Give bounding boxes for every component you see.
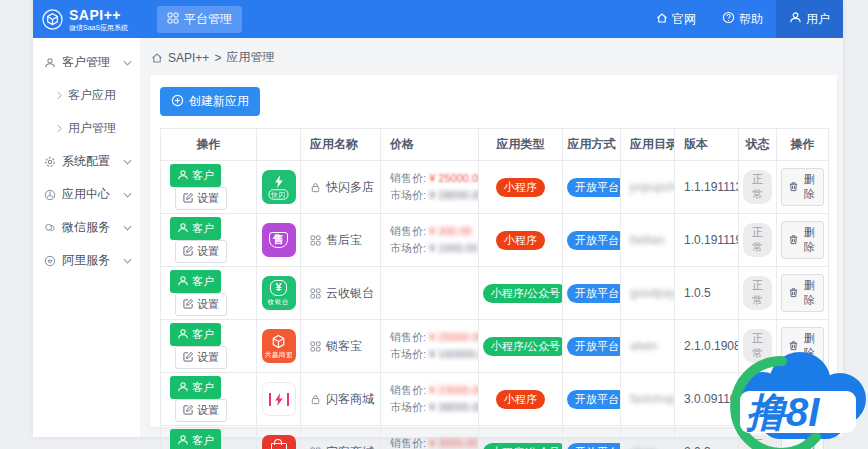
settings-button[interactable]: 设置 <box>175 346 227 369</box>
help-link[interactable]: 帮助 <box>709 0 776 38</box>
customer-button[interactable]: 客户 <box>170 429 221 449</box>
operation-cell: 客户 设置 <box>161 373 257 426</box>
col-app-type: 应用类型 <box>479 129 563 161</box>
delete-button[interactable]: 删除 <box>781 274 824 312</box>
site-link-label: 官网 <box>672 11 696 28</box>
app-name: 快闪多店 <box>326 179 374 196</box>
price-cell: 销售价: ¥ 25000.00 市场价: ¥ 28000.00 <box>381 161 479 214</box>
market-price-value: ¥ 28000.00 <box>429 187 478 204</box>
breadcrumb-home[interactable]: SAPI++ <box>168 51 209 65</box>
sidebar-item-user[interactable]: 客户管理 <box>33 46 140 79</box>
price-cell <box>381 267 479 320</box>
settings-button[interactable]: 设置 <box>175 187 227 210</box>
app-icon: 宅客 <box>262 435 296 449</box>
sidebar-item-wechat[interactable]: 微信服务 <box>33 211 140 244</box>
sidebar-item-gear[interactable]: 系统配置 <box>33 145 140 178</box>
settings-button[interactable]: 设置 <box>175 399 227 422</box>
app-method-badge: 开放平台 <box>567 178 621 197</box>
status-badge: 正常 <box>743 223 772 257</box>
status-cell: 正常 <box>739 161 777 214</box>
user-menu[interactable]: 用户 <box>776 0 843 38</box>
table-header-row: 操作 应用名称 价格 应用类型 应用方式 应用目录 版本 状态 操作 <box>161 129 829 161</box>
cube-logo-icon <box>41 8 64 31</box>
trash-icon <box>788 234 799 247</box>
app-icon-cell: 快闪 <box>257 161 301 214</box>
app-window: SAPI++ 微信SaaS应用系统 平台管理 官网 <box>33 0 843 437</box>
sidebar-item-ali[interactable]: 阿里服务 <box>33 244 140 277</box>
settings-button[interactable]: 设置 <box>175 293 227 316</box>
gear-icon <box>44 156 56 168</box>
status-badge: 正常 <box>743 435 772 449</box>
status-badge: 正常 <box>743 276 772 310</box>
app-icon-caption: 共赢商盟 <box>264 350 293 359</box>
delete-button[interactable]: 删除 <box>781 433 824 449</box>
status-badge: 正常 <box>743 382 772 416</box>
app-directory-cell: fastshop <box>621 373 675 426</box>
app-name-cell: 宅客商城 <box>301 426 381 449</box>
app-name: 闪客商城 <box>326 391 374 408</box>
chevron-down-icon <box>123 225 132 231</box>
delete-button[interactable]: 删除 <box>781 380 824 418</box>
price-cell: 销售价: ¥ 300.00 市场价: ¥ 1000.00 <box>381 214 479 267</box>
customer-button[interactable]: 客户 <box>170 217 221 240</box>
edit-icon <box>183 404 194 417</box>
market-price-label: 市场价: <box>390 189 426 201</box>
status-badge: 正常 <box>743 329 772 363</box>
operation-cell: 客户 设置 <box>161 161 257 214</box>
app-directory-cell: popupshop <box>621 161 675 214</box>
home-icon <box>656 12 668 27</box>
app-type-cell: 小程序/公众号 <box>479 426 563 449</box>
actions-cell: 删除 <box>777 214 829 267</box>
sidebar-subitem[interactable]: 用户管理 <box>33 112 140 145</box>
user-icon <box>177 169 189 183</box>
settings-button[interactable]: 设置 <box>175 240 227 263</box>
customer-button[interactable]: 客户 <box>170 164 221 187</box>
sale-price-label: 销售价: <box>390 384 426 396</box>
app-directory: shop <box>630 445 656 449</box>
operation-cell: 客户 设置 <box>161 320 257 373</box>
table-body: 客户 设置 快闪 快闪多店 销售价: ¥ 25000.00 市场 <box>161 161 829 449</box>
customer-button[interactable]: 客户 <box>170 270 221 293</box>
app-directory: alwin <box>630 339 657 353</box>
app-icon-cell: 共赢商盟 <box>257 320 301 373</box>
user-icon <box>789 11 802 27</box>
status-cell: 正常 <box>739 426 777 449</box>
sidebar-subitem[interactable]: 客户应用 <box>33 79 140 112</box>
tab-platform-management[interactable]: 平台管理 <box>157 6 242 33</box>
table-row: 客户 设置 闪客商城 销售价: ¥ 23000.00 市场价: <box>161 373 829 426</box>
trash-icon <box>788 393 799 406</box>
version-cell: 1.1.191113 <box>675 161 739 214</box>
app-icon <box>262 382 296 416</box>
customer-button[interactable]: 客户 <box>170 376 221 399</box>
app-type-cell: 小程序 <box>479 161 563 214</box>
app-icon-caption: 收银台 <box>268 297 289 306</box>
app-directory: beilian <box>630 233 665 247</box>
sidebar-item-appcenter[interactable]: 应用中心 <box>33 178 140 211</box>
top-bar: SAPI++ 微信SaaS应用系统 平台管理 官网 <box>33 0 843 38</box>
app-type-cell: 小程序 <box>479 214 563 267</box>
app-version: 2.0.3 <box>684 445 711 449</box>
user-icon <box>177 222 189 236</box>
app-icon-cell: 宅客 <box>257 426 301 449</box>
app-method-badge: 开放平台 <box>567 284 621 303</box>
chevron-down-icon <box>123 159 132 165</box>
table-row: 客户 设置 ¥ 收银台 云收银台 小程序/公众号 开放平台 <box>161 267 829 320</box>
market-price-label: 市场价: <box>390 401 426 413</box>
status-badge: 正常 <box>743 170 772 204</box>
wechat-cloud-icon <box>44 222 56 234</box>
price-cell: 销售价: ¥ 3000.00 市场价: ¥ 6200.00 <box>381 426 479 449</box>
app-type-cell: 小程序/公众号 <box>479 267 563 320</box>
site-link[interactable]: 官网 <box>643 0 709 38</box>
create-app-button[interactable]: 创建新应用 <box>160 87 260 116</box>
app-icon-cell: ¥ 收银台 <box>257 267 301 320</box>
trash-icon <box>788 287 799 300</box>
delete-button[interactable]: 删除 <box>781 221 824 259</box>
customer-button[interactable]: 客户 <box>170 323 221 346</box>
app-directory-cell: shop <box>621 426 675 449</box>
delete-button[interactable]: 删除 <box>781 327 824 365</box>
breadcrumb-separator: > <box>214 51 221 65</box>
actions-cell: 删除 <box>777 161 829 214</box>
delete-button[interactable]: 删除 <box>781 168 824 206</box>
sale-price-label: 销售价: <box>390 225 426 237</box>
app-icon-cell: 售 <box>257 214 301 267</box>
